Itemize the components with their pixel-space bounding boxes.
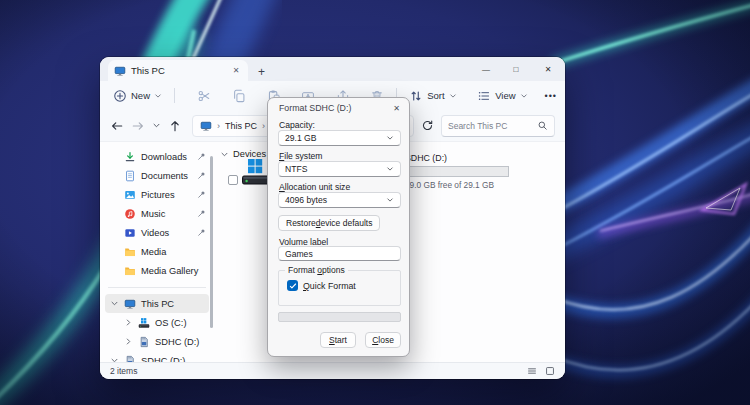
pin-icon (197, 152, 206, 161)
sidebar-separator (108, 287, 206, 288)
search-input[interactable] (448, 121, 536, 131)
minimize-button[interactable]: — (471, 65, 501, 74)
allocation-value: 4096 bytes (285, 195, 327, 205)
pictures-icon (124, 189, 136, 201)
breadcrumb-separator: › (262, 121, 265, 131)
volume-label-input[interactable] (278, 246, 401, 261)
view-button[interactable]: View (472, 85, 532, 107)
view-button-label: View (495, 90, 515, 101)
dialog-title: Format SDHC (D:) (279, 103, 351, 113)
view-list-icon (477, 89, 491, 103)
format-dialog: Format SDHC (D:) ✕ Capacity: 29.1 GB Fil… (267, 97, 410, 357)
toolbar-separator (174, 88, 175, 103)
sidebar-item-pictures[interactable]: Pictures (105, 185, 209, 204)
file-system-label: File system (279, 151, 322, 161)
check-icon (289, 282, 297, 290)
breadcrumb-root[interactable]: This PC (225, 121, 257, 131)
new-button[interactable]: New (108, 85, 167, 107)
chevron-right-icon[interactable] (124, 337, 133, 346)
search-icon (537, 120, 548, 131)
chevron-right-icon[interactable] (124, 318, 133, 327)
tile-checkbox[interactable] (228, 175, 238, 185)
details-view-icon[interactable] (527, 366, 537, 376)
window-close-button[interactable]: ✕ (531, 65, 565, 74)
capacity-label: Capacity: (279, 120, 315, 130)
sdhc-drive-tile[interactable]: SDHC (D:) 29.0 GB free of 29.1 GB (405, 153, 513, 190)
sidebar-item-music[interactable]: Music (105, 204, 209, 223)
chevron-down-icon (449, 92, 457, 100)
quick-format-checkbox[interactable] (287, 280, 298, 291)
this-pc-icon (200, 120, 212, 132)
capacity-bar (405, 166, 509, 177)
sort-arrows-icon (409, 89, 423, 103)
refresh-button[interactable] (421, 119, 434, 132)
chevron-down-icon (386, 134, 394, 142)
sidebar-item-media-gallery[interactable]: Media Gallery (105, 261, 209, 280)
more-options-button[interactable]: ••• (545, 91, 557, 101)
back-button[interactable] (110, 119, 124, 133)
format-options-group: Format options Quick Format (278, 270, 401, 306)
dialog-titlebar[interactable]: Format SDHC (D:) ✕ (268, 98, 409, 118)
forward-button[interactable] (131, 119, 145, 133)
desktop: This PC ✕ + — □ ✕ New (0, 0, 750, 405)
sidebar-item-os-c[interactable]: OS (C:) (105, 313, 209, 332)
copy-button[interactable] (227, 85, 251, 107)
copy-icon (232, 89, 246, 103)
tab-strip: This PC ✕ + — □ ✕ (100, 57, 565, 81)
sidebar-item-documents[interactable]: Documents (105, 166, 209, 185)
sidebar-item-downloads[interactable]: Downloads (105, 147, 209, 166)
start-button[interactable]: Start (320, 332, 356, 348)
up-button[interactable] (168, 119, 182, 133)
sidebar-item-label: Documents (141, 171, 188, 181)
large-icons-view-icon[interactable] (545, 366, 555, 376)
this-pc-icon (114, 65, 126, 77)
chevron-down-icon (386, 196, 394, 204)
dialog-close-button[interactable]: ✕ (393, 104, 400, 113)
status-bar: 2 items (100, 362, 565, 379)
videos-icon (124, 227, 136, 239)
sidebar-item-label: This PC (141, 299, 174, 309)
downloads-icon (124, 151, 136, 163)
new-tab-button[interactable]: + (258, 66, 265, 78)
sidebar-item-label: OS (C:) (155, 318, 187, 328)
chevron-down-icon (520, 92, 528, 100)
sidebar-item-videos[interactable]: Videos (105, 223, 209, 242)
breadcrumb-separator: › (217, 121, 220, 131)
sd-card-icon (138, 336, 150, 348)
sidebar-item-label: SDHC (D:) (155, 337, 199, 347)
format-options-label: Format options (285, 265, 348, 275)
sidebar-item-this-pc[interactable]: This PC (105, 294, 209, 313)
chevron-down-icon (154, 92, 162, 100)
quick-format-option[interactable]: Quick Format (287, 280, 356, 291)
file-system-value: NTFS (285, 164, 307, 174)
folder-icon (124, 265, 136, 277)
sidebar-item-sdhc-d[interactable]: SDHC (D:) (105, 332, 209, 351)
tab-this-pc[interactable]: This PC ✕ (108, 60, 248, 81)
items-count: 2 items (110, 366, 137, 376)
format-progress-bar (278, 312, 401, 322)
plus-circle-icon (113, 89, 127, 103)
maximize-button[interactable]: □ (501, 65, 531, 74)
sidebar-item-label: Media (141, 247, 166, 257)
sidebar-scrollbar[interactable] (210, 156, 213, 328)
this-pc-icon (124, 298, 136, 310)
sort-button[interactable]: Sort (404, 85, 461, 107)
capacity-dropdown[interactable]: 29.1 GB (278, 130, 401, 146)
file-explorer-window: This PC ✕ + — □ ✕ New (100, 57, 565, 379)
scissors-icon (197, 89, 211, 103)
dialog-close-action-button[interactable]: Close (365, 332, 401, 348)
recent-locations-chevron[interactable] (152, 121, 161, 130)
sort-button-label: Sort (427, 90, 444, 101)
chevron-down-icon[interactable] (110, 299, 119, 308)
window-controls: — □ ✕ (471, 57, 565, 81)
pin-icon (197, 228, 206, 237)
sidebar-item-label: Downloads (141, 152, 187, 162)
tab-close-button[interactable]: ✕ (230, 66, 242, 75)
os-drive-icon (138, 317, 150, 329)
file-system-dropdown[interactable]: NTFS (278, 161, 401, 177)
sidebar-item-media[interactable]: Media (105, 242, 209, 261)
restore-defaults-button[interactable]: Restore device defaults (278, 215, 380, 231)
cut-button[interactable] (192, 85, 216, 107)
search-box[interactable] (441, 115, 555, 137)
allocation-dropdown[interactable]: 4096 bytes (278, 192, 401, 208)
